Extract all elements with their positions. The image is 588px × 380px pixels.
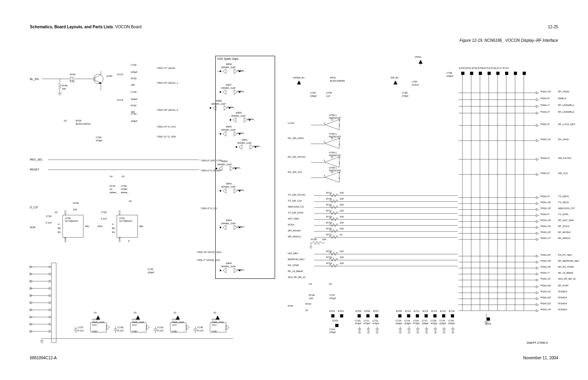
r703-val: 180: [131, 84, 135, 86]
b702-val: BLM11P600S: [330, 80, 345, 82]
c727-val: 0.1uF: [78, 329, 84, 332]
e844-lbl: SPARK_GAP: [221, 222, 236, 225]
port-ad4: AD4_RF_BD_ID: [288, 276, 305, 278]
p201-0-pin: *P201-15*: [540, 90, 551, 93]
svg-marker-74: [106, 325, 110, 330]
r720-val: 100: [340, 227, 344, 230]
c705-ref: C705: [326, 92, 332, 94]
c707-ref: C707: [329, 294, 335, 296]
c730-ref: C730: [197, 326, 203, 329]
svg-point-29: [220, 133, 221, 135]
svg-marker-141: [536, 139, 539, 142]
e841-del: delete_: [253, 145, 261, 147]
port-por: POR: [288, 305, 293, 307]
e705: E705: [356, 310, 361, 312]
u700-b1: B1: [58, 231, 61, 233]
r724-ref: R724: [326, 262, 332, 264]
e844-ref: E844: [226, 219, 232, 221]
figure-title: Figure 12-19. NCN6186_ VOCON Display–RF …: [460, 38, 558, 43]
p201-8-name: TX_SSFS: [558, 195, 569, 198]
c715-ref: C715: [404, 319, 410, 322]
u701-gnd: GND: [118, 237, 121, 242]
e709: E709: [396, 310, 402, 312]
r711-val: 100: [340, 192, 344, 194]
e838-del: delete_: [227, 106, 235, 108]
l700-val: 270nH: [412, 84, 419, 86]
svg-rect-273: [416, 314, 419, 317]
e845-del: delete_: [237, 268, 245, 271]
e839-ref: E839: [236, 112, 242, 114]
p201-14-pin: *P201-23*: [540, 231, 551, 233]
svg-marker-44: [30, 266, 32, 268]
sw-b: SW_B+: [391, 76, 399, 79]
c733-val: 100pF: [131, 98, 138, 100]
u704_1-p1: 1: [339, 162, 340, 164]
c718-ref: C718: [431, 319, 436, 322]
svg-marker-162: [536, 220, 539, 223]
svg-marker-77: [146, 325, 149, 330]
c728-ref: C728: [118, 326, 123, 329]
p201-13-name: RF_SCKA: [558, 225, 569, 227]
u702_1-ref: U702-1: [329, 114, 337, 116]
e711: E711: [414, 310, 419, 312]
p201-17-name: RF_EEPROM_SEL*: [558, 260, 580, 262]
port-atnr: RX_ATNR: [288, 264, 299, 266]
e844-del: delete_: [237, 225, 245, 228]
port-tx-data: TX_SSI_DATA: [288, 212, 303, 214]
e845-lbl: SPARK_GAP: [221, 265, 236, 268]
p201-25-name: IFGND4: [558, 308, 567, 311]
p201-3-pin: *P201-2*: [540, 111, 550, 113]
v2-e: V2: [55, 211, 57, 214]
u701-val: NC7SB3157: [119, 220, 132, 222]
c723-ref: C723: [448, 319, 454, 322]
e836-del: delete_: [237, 69, 245, 72]
u703_1-p1: 1: [339, 143, 340, 145]
esd-box-label: ESD Spark Gaps: [217, 57, 238, 60]
p201-9-name: TX_SSCK: [558, 201, 569, 204]
svg-marker-129: [536, 98, 539, 101]
svg-marker-83: [226, 325, 229, 330]
v2-c: V2: [122, 175, 124, 178]
c710-ref: C710: [355, 319, 360, 322]
port-uni: UNI_SEL*: [288, 252, 299, 255]
c733-ref: C733: [131, 91, 136, 93]
e837-del: delete_: [237, 90, 245, 92]
c728-val: 0.1uF: [118, 329, 124, 332]
c717-ref: C717: [422, 319, 427, 322]
c705-val: 1uF: [326, 95, 330, 97]
svg-rect-301: [451, 314, 454, 317]
svg-marker-65: [30, 316, 32, 318]
p201-19-pin: *P201-7*: [540, 272, 550, 274]
svg-marker-174: [536, 255, 539, 257]
p201-21-name: RF_POR*: [558, 284, 569, 287]
p201-25-pin: *P201-14*: [540, 308, 551, 311]
c730-val: 0.1uF: [197, 329, 203, 332]
p201-14-name: RF_MOSIA: [558, 231, 570, 233]
svg-marker-156: [536, 208, 539, 211]
e714: E714: [440, 310, 446, 312]
vertical-bus: [458, 72, 534, 319]
svg-rect-280: [425, 314, 428, 317]
u701-b0: B0: [112, 227, 115, 229]
e837-ref: E837: [226, 84, 232, 86]
port-reg-sel: REG_SEL: [30, 158, 43, 161]
e837-lbl: SPARK_GAP: [221, 87, 236, 89]
r727-ref: R727: [326, 233, 332, 236]
port-tx-clk: TX_SSI_CLK: [288, 200, 302, 202]
u704_2-vcc: VCC: [172, 324, 177, 326]
p201-6-name: SSI_FSYNC: [558, 157, 571, 159]
r710-val: 1K: [110, 188, 112, 190]
port-rx-clk: RX_SSI_CLK: [288, 171, 302, 173]
svg-marker-62: [30, 309, 32, 311]
u700-b0: B0: [58, 227, 61, 229]
port-sck: SCK: [30, 226, 35, 229]
p201-16-name: FN_PC_SEL*: [558, 254, 573, 256]
p201-7-name: SSI_CLK: [558, 172, 568, 174]
r709-val: 100: [73, 208, 77, 211]
u703_2-vcc: VCC: [132, 324, 137, 326]
svg-marker-126: [536, 92, 539, 94]
r719-ref: R719: [326, 221, 332, 224]
c715-val: 100pF: [404, 322, 411, 325]
svg-marker-59: [30, 302, 32, 304]
r720-ref: R720: [326, 227, 332, 230]
